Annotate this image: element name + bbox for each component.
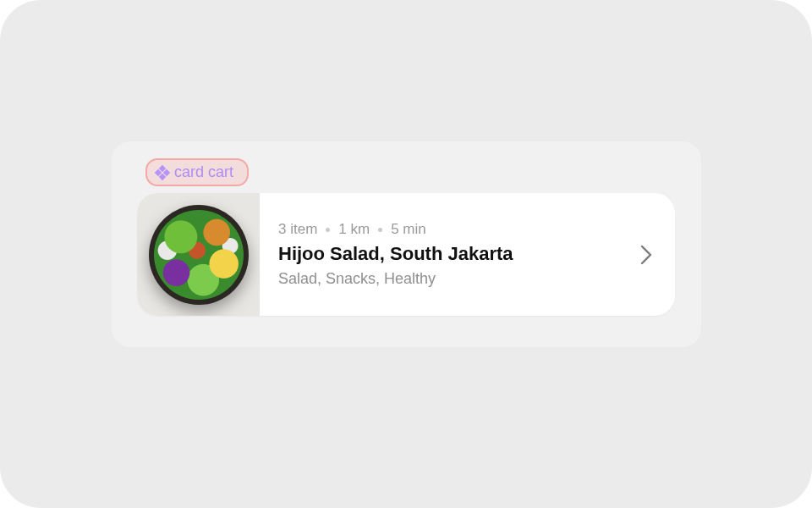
card-text: 3 item 1 km 5 min Hijoo Salad, South Jak…	[278, 221, 631, 288]
card-body: 3 item 1 km 5 min Hijoo Salad, South Jak…	[260, 193, 675, 316]
component-panel: card cart 3 item 1 km 5 min Hijoo Salad,…	[112, 141, 701, 347]
restaurant-categories: Salad, Snacks, Healthy	[278, 270, 631, 288]
food-bowl-illustration	[149, 205, 249, 305]
restaurant-thumbnail	[137, 193, 260, 316]
meta-time: 5 min	[391, 221, 426, 238]
meta-items: 3 item	[278, 221, 317, 238]
restaurant-title: Hijoo Salad, South Jakarta	[278, 243, 631, 265]
meta-distance: 1 km	[338, 221, 370, 238]
component-icon	[156, 166, 169, 179]
separator-dot-icon	[326, 228, 330, 232]
meta-row: 3 item 1 km 5 min	[278, 221, 631, 238]
design-canvas: card cart 3 item 1 km 5 min Hijoo Salad,…	[0, 0, 812, 508]
separator-dot-icon	[378, 228, 382, 232]
component-tag-label: card cart	[174, 163, 233, 181]
chevron-right-icon[interactable]	[631, 240, 661, 270]
component-tag[interactable]: card cart	[145, 158, 249, 186]
cart-card[interactable]: 3 item 1 km 5 min Hijoo Salad, South Jak…	[137, 193, 675, 316]
